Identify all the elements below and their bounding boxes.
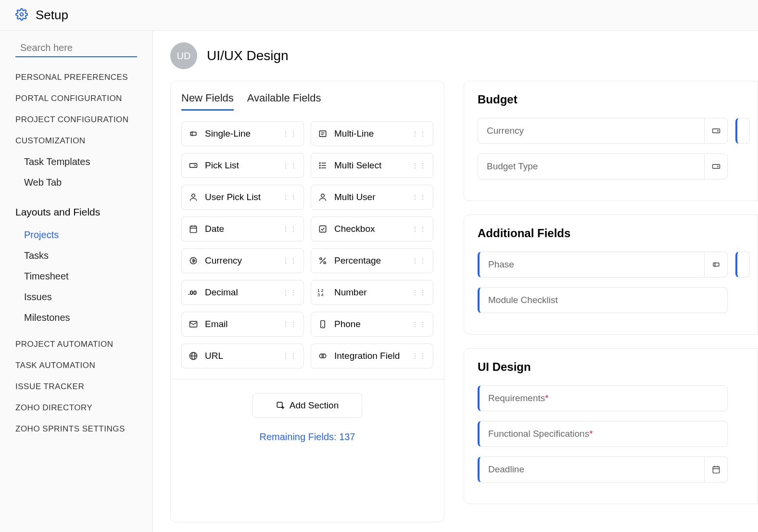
field-type-label: Phone xyxy=(334,319,412,329)
tab-available-fields[interactable]: Available Fields xyxy=(247,92,321,111)
nav-section[interactable]: PROJECT CONFIGURATION xyxy=(15,115,137,125)
topbar: Setup xyxy=(0,0,758,31)
field-type-date[interactable]: Date⋮⋮ xyxy=(181,216,304,241)
nav-section[interactable]: ISSUE TRACKER xyxy=(15,382,137,392)
drag-handle-icon[interactable]: ⋮⋮ xyxy=(282,320,298,328)
nav-item[interactable]: Web Tab xyxy=(15,172,137,193)
add-section-icon xyxy=(276,401,285,410)
nav-section[interactable]: PORTAL CONFIGURATION xyxy=(15,94,137,103)
field-type-phone[interactable]: Phone⋮⋮ xyxy=(311,312,433,337)
layout-field[interactable]: Module Checklist xyxy=(478,287,728,313)
field-type-pick-list[interactable]: Pick List⋮⋮ xyxy=(181,153,304,178)
layout-field[interactable]: Phase xyxy=(478,252,728,278)
field-type-label: Email xyxy=(205,319,282,329)
nav-section[interactable]: PROJECT AUTOMATION xyxy=(15,340,137,349)
nav-section[interactable]: TASK AUTOMATION xyxy=(15,361,137,370)
field-type-multi-line[interactable]: Multi-Line⋮⋮ xyxy=(311,121,433,146)
drag-handle-icon[interactable]: ⋮⋮ xyxy=(412,289,427,296)
layout-section: BudgetCurrencyBudget Type xyxy=(464,81,758,201)
layout-field[interactable]: Requirements* xyxy=(478,385,728,411)
layout-section: Additional FieldsPhaseModule Checklist xyxy=(464,215,758,335)
nav-section[interactable]: ZOHO SPRINTS SETTINGS xyxy=(15,424,137,434)
field-type-label: Decimal xyxy=(205,287,282,298)
project-title: UI/UX Design xyxy=(207,48,289,63)
field-type-checkbox[interactable]: Checkbox⋮⋮ xyxy=(311,216,433,241)
nav-item-timesheet[interactable]: Timesheet xyxy=(15,266,137,287)
nav-item-issues[interactable]: Issues xyxy=(15,287,137,307)
search-input[interactable] xyxy=(20,42,142,53)
email-icon xyxy=(188,319,199,329)
user-icon xyxy=(317,192,328,202)
svg-rect-43 xyxy=(713,263,719,266)
field-type-label: Pick List xyxy=(205,160,282,171)
drag-handle-icon[interactable]: ⋮⋮ xyxy=(282,289,298,296)
drag-handle-icon[interactable]: ⋮⋮ xyxy=(282,352,298,360)
svg-text:.00: .00 xyxy=(188,289,197,296)
drag-handle-icon[interactable]: ⋮⋮ xyxy=(412,320,427,328)
layout-field-stub[interactable] xyxy=(735,252,750,278)
field-type-integration-field[interactable]: Integration Field⋮⋮ xyxy=(311,343,433,368)
currency-icon xyxy=(188,256,199,266)
drag-handle-icon[interactable]: ⋮⋮ xyxy=(282,193,298,201)
field-type-url[interactable]: URL⋮⋮ xyxy=(181,343,304,368)
drag-handle-icon[interactable]: ⋮⋮ xyxy=(412,352,427,360)
drag-handle-icon[interactable]: ⋮⋮ xyxy=(282,225,298,233)
drag-handle-icon[interactable]: ⋮⋮ xyxy=(282,257,298,265)
percent-icon xyxy=(317,256,328,266)
svg-point-25 xyxy=(320,258,322,260)
drag-handle-icon[interactable]: ⋮⋮ xyxy=(412,162,427,169)
layout-field[interactable]: Budget Type xyxy=(478,153,728,179)
field-type-label: Currency xyxy=(205,255,282,266)
svg-point-26 xyxy=(324,262,326,264)
drag-handle-icon[interactable]: ⋮⋮ xyxy=(412,193,427,201)
field-type-decimal[interactable]: .00Decimal⋮⋮ xyxy=(181,280,304,305)
layout-field[interactable]: Deadline xyxy=(478,456,728,482)
layout-field[interactable]: Functional Specifications* xyxy=(478,421,728,447)
field-type-label: Multi Select xyxy=(334,160,412,171)
tab-new-fields[interactable]: New Fields xyxy=(181,92,234,111)
field-type-percentage[interactable]: Percentage⋮⋮ xyxy=(311,248,433,273)
layout-field-stub[interactable] xyxy=(735,118,750,144)
layout-field-label: Currency xyxy=(478,126,704,136)
field-type-user-pick-list[interactable]: User Pick List⋮⋮ xyxy=(181,185,304,210)
svg-point-14 xyxy=(319,167,320,168)
field-type-number[interactable]: 1 23 4Number⋮⋮ xyxy=(311,280,433,305)
field-type-single-line[interactable]: Single-Line⋮⋮ xyxy=(181,121,304,146)
nav-item-milestones[interactable]: Milestones xyxy=(15,307,137,328)
gear-icon xyxy=(15,8,28,23)
drag-handle-icon[interactable]: ⋮⋮ xyxy=(282,130,298,138)
field-type-label: Percentage xyxy=(334,255,412,266)
remaining-fields: Remaining Fields: 137 xyxy=(184,431,430,443)
sidebar-search[interactable] xyxy=(15,42,137,57)
field-type-label: Date xyxy=(205,224,282,234)
field-type-multi-select[interactable]: Multi Select⋮⋮ xyxy=(311,153,433,178)
sidebar: PERSONAL PREFERENCESPORTAL CONFIGURATION… xyxy=(0,31,153,532)
svg-point-15 xyxy=(192,194,195,197)
layout-field[interactable]: Currency xyxy=(478,118,728,144)
nav-item-tasks[interactable]: Tasks xyxy=(15,245,137,266)
field-type-email[interactable]: Email⋮⋮ xyxy=(181,312,304,337)
layout-field-label: Budget Type xyxy=(478,161,704,172)
nav-section[interactable]: CUSTOMIZATION xyxy=(15,136,137,146)
nav-section[interactable]: ZOHO DIRECTORY xyxy=(15,403,137,413)
section-title: UI Design xyxy=(478,360,758,374)
nav-section[interactable]: PERSONAL PREFERENCES xyxy=(15,73,137,82)
field-type-label: User Pick List xyxy=(205,192,282,203)
field-type-multi-user[interactable]: Multi User⋮⋮ xyxy=(311,185,433,210)
drag-handle-icon[interactable]: ⋮⋮ xyxy=(412,225,427,233)
nav-item[interactable]: Task Templates xyxy=(15,152,137,172)
nav-item-projects[interactable]: Projects xyxy=(15,225,137,245)
picklist-icon xyxy=(704,154,727,179)
layout-field-label: Module Checklist xyxy=(480,295,727,305)
drag-handle-icon[interactable]: ⋮⋮ xyxy=(412,130,427,138)
checkbox-icon xyxy=(317,224,328,234)
drag-handle-icon[interactable]: ⋮⋮ xyxy=(282,162,298,169)
date-icon xyxy=(704,457,727,482)
field-type-currency[interactable]: Currency⋮⋮ xyxy=(181,248,304,273)
add-section-button[interactable]: Add Section xyxy=(253,393,362,418)
svg-point-13 xyxy=(319,165,320,166)
nav-head-layouts: Layouts and Fields xyxy=(15,206,137,218)
multiselect-icon xyxy=(317,161,328,170)
drag-handle-icon[interactable]: ⋮⋮ xyxy=(412,257,427,265)
user-icon xyxy=(188,192,199,202)
